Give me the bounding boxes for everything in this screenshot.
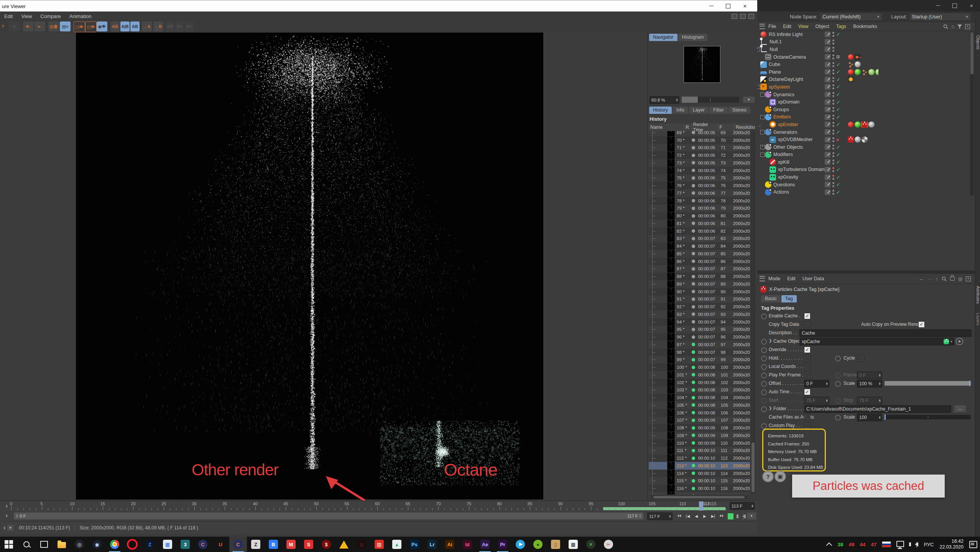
expand-toggle[interactable]: + — [760, 145, 765, 149]
taskbar-s-app-icon[interactable]: S — [300, 537, 317, 552]
visibility-dots[interactable] — [832, 145, 834, 150]
visibility-dots[interactable] — [832, 182, 834, 187]
keyframe-dot[interactable] — [835, 415, 841, 421]
expand-toggle[interactable]: − — [760, 130, 765, 134]
am-search-icon[interactable] — [942, 276, 947, 281]
column-r[interactable]: R — [684, 123, 691, 131]
folder-path-field[interactable]: C:\Users\divasoft\Documents\xpCache_Foun… — [804, 405, 951, 413]
taskbar-obs-icon[interactable]: ◎ — [71, 537, 88, 552]
text-field[interactable]: Cache — [799, 329, 972, 337]
history-row-108[interactable]: 108 *00:00:091082000x20 — [649, 424, 750, 432]
history-row-72[interactable]: 72 *00:00:05722000x20 — [649, 151, 750, 159]
history-horizontal-scrollbar[interactable]: ‹ › — [649, 495, 750, 499]
expand-toggle[interactable]: + — [757, 47, 760, 51]
history-row-88[interactable]: 88 *00:00:07882000x20 — [649, 273, 750, 280]
keyframe-dot[interactable] — [835, 381, 841, 387]
history-row-111[interactable]: 111 *00:00:101112000x20 — [649, 447, 750, 455]
history-row-74[interactable]: 74 *00:00:05742000x20 — [649, 167, 750, 174]
history-row-115[interactable]: 115 *00:00:101152000x20 — [649, 477, 750, 485]
node-space-select[interactable]: Current (Redshift)▼ — [820, 13, 883, 21]
tab-history[interactable]: History — [649, 107, 672, 114]
edit-enable-icon[interactable] — [825, 129, 830, 135]
history-row-93[interactable]: 93 *00:00:07932000x20 — [649, 310, 750, 318]
cache-record-icon[interactable] — [727, 513, 734, 520]
tab-basic[interactable]: Basic — [761, 295, 781, 302]
visibility-dots[interactable] — [832, 92, 834, 97]
taskbar-utorrent-icon[interactable]: U — [212, 537, 229, 552]
history-row-83[interactable]: 83 *00:00:07832000x20 — [649, 235, 750, 243]
om-menu-tags[interactable]: Tags — [833, 24, 850, 29]
zoom-preset-dropdown[interactable]: ▼ — [743, 97, 755, 103]
tree-item-xpgravity[interactable]: xpGravity✓ — [757, 173, 970, 181]
number-field[interactable]: 75 F▲▼ — [857, 397, 882, 404]
checkbox[interactable]: ✓ — [918, 321, 925, 328]
compare-blend-button[interactable]: ◉👁 — [97, 21, 107, 31]
checkbox[interactable]: ✓ — [804, 389, 811, 395]
history-row-89[interactable]: 89 *00:00:07892000x20 — [649, 280, 750, 288]
history-row-70[interactable]: 70 *00:00:05702000x20 — [649, 136, 750, 144]
tag-sph-icon[interactable] — [855, 136, 861, 143]
history-row-114[interactable]: 114 *00:00:101142000x20 — [649, 470, 750, 477]
visibility-dots[interactable] — [832, 54, 834, 59]
history-row-69[interactable]: 69 *00:00:05692000x20 — [649, 131, 750, 136]
history-row-81[interactable]: 81 *00:00:06812000x20 — [649, 220, 750, 227]
history-row-112[interactable]: 112 *00:00:101122000x20 — [649, 454, 750, 462]
history-row-75[interactable]: 75 *00:00:06752000x20 — [649, 174, 750, 182]
history-vertical-scrollbar[interactable] — [751, 131, 755, 495]
taskbar-steam-icon[interactable]: ◉ — [88, 537, 106, 552]
visibility-dots[interactable] — [832, 32, 834, 37]
om-menu-file[interactable]: File — [765, 24, 779, 29]
tree-item-emitters[interactable]: −Emitters✓ — [757, 113, 970, 121]
number-field[interactable]: 75 F▲▼ — [804, 397, 829, 404]
prev-frame-button[interactable]: |◀ — [684, 513, 692, 519]
visibility-dots[interactable] — [832, 100, 834, 105]
language-indicator[interactable]: РУС — [921, 537, 936, 552]
help-icon[interactable]: ? — [762, 471, 774, 482]
tag-camtag-icon[interactable] — [855, 54, 861, 60]
am-up-icon[interactable]: ↑ — [936, 276, 938, 282]
om-menu-bookmarks[interactable]: Bookmarks — [850, 24, 881, 29]
save-image-button[interactable]: ✚↓ — [23, 21, 34, 31]
taskbar-zbrush-icon[interactable]: Z — [247, 537, 265, 552]
mute-audio-icon[interactable] — [742, 514, 746, 519]
tab-navigator[interactable]: Navigator — [649, 34, 677, 41]
column-name[interactable]: Name — [649, 123, 684, 131]
keyframe-dot[interactable] — [761, 314, 767, 319]
layers-side-tab[interactable]: Layers — [975, 313, 980, 325]
taskbar-file-explorer-icon[interactable] — [53, 537, 71, 552]
am-menu-user-data[interactable]: User Data — [799, 276, 827, 281]
taskbar-antivirus-icon[interactable]: ● — [529, 537, 547, 552]
history-row-113[interactable]: 113 *00:00:101132000x20 — [649, 462, 750, 470]
tree-item-rs-infinite-light[interactable]: RS Infinite Light✓ — [757, 31, 970, 38]
history-row-71[interactable]: 71 *00:00:05712000x20 — [649, 144, 750, 152]
history-row-82[interactable]: 82 *00:00:06822000x20 — [649, 227, 750, 235]
number-field[interactable]: 100▲▼ — [857, 414, 882, 421]
am-new-panel-icon[interactable]: + — [966, 276, 971, 281]
taskbar-search-icon[interactable] — [18, 537, 35, 552]
pv-menu-compare[interactable]: Compare — [36, 13, 65, 19]
volume-icon[interactable] — [907, 537, 921, 552]
edit-enable-icon[interactable] — [825, 182, 830, 187]
visibility-dots[interactable] — [832, 69, 834, 74]
ab-add-button[interactable]: A+ — [185, 21, 193, 31]
minimize-button[interactable] — [703, 0, 720, 12]
playback-options-dropdown[interactable]: ▼ — [747, 513, 756, 519]
keyframe-dot[interactable] — [761, 364, 767, 370]
slider[interactable] — [885, 415, 971, 419]
set-a-button[interactable]: →A — [142, 21, 152, 31]
tree-item-cube[interactable]: Cube✓ — [757, 61, 970, 68]
play-reverse-button[interactable]: ◀ — [692, 513, 700, 519]
om-menu-view[interactable]: View — [795, 24, 812, 29]
tree-item-octanecamera[interactable]: OctaneCamera⊡ — [757, 53, 970, 61]
history-row-84[interactable]: 84 *00:00:07842000x20 — [649, 242, 750, 250]
taskbar-blogger-icon[interactable]: B — [265, 537, 282, 552]
edit-enable-icon[interactable] — [825, 31, 830, 37]
pv-menu-edit[interactable]: Edit — [0, 13, 17, 19]
edit-enable-icon[interactable] — [825, 54, 830, 60]
save-all-button[interactable]: ●↓ — [35, 21, 45, 31]
go-last-button[interactable]: ⏵⏵ — [718, 513, 725, 519]
navigator-thumbnail[interactable] — [684, 46, 720, 83]
taskbar-chrome-icon[interactable] — [106, 537, 123, 552]
am-forward-icon[interactable]: → — [927, 276, 932, 282]
network-icon[interactable] — [894, 537, 907, 552]
